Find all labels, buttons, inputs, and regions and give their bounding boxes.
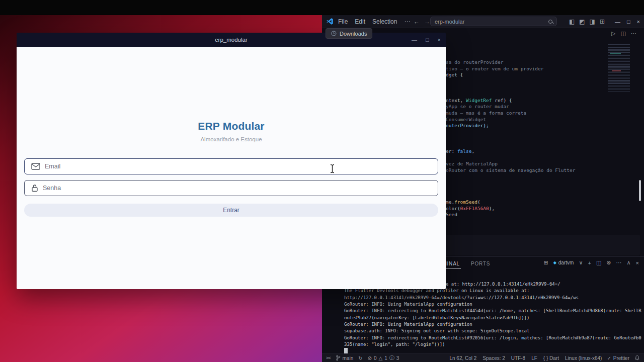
- code-line[interactable]: dget {: [446, 72, 575, 78]
- code-line[interactable]: [446, 85, 575, 92]
- code-line[interactable]: ntext, WidgetRef ref) {: [446, 98, 575, 104]
- status-item[interactable]: Spaces: 2: [482, 355, 505, 361]
- ibeam-cursor: [329, 164, 336, 175]
- minimap[interactable]: [608, 44, 630, 93]
- terminal-profile[interactable]: ◆dartvm: [553, 260, 574, 265]
- command-center[interactable]: erp-modular: [430, 17, 557, 26]
- terminal-line[interactable]: http://127.0.0.1:43141/eHk2R9V9-64=/devt…: [344, 295, 642, 301]
- vscode-minimize-button[interactable]: —: [615, 19, 620, 25]
- vscode-logo-icon: [326, 18, 334, 25]
- toggle-panel-icon[interactable]: ◩: [579, 18, 585, 25]
- menu-selection[interactable]: Selection: [372, 18, 397, 25]
- password-field[interactable]: [24, 180, 438, 196]
- git-branch-item[interactable]: main: [336, 355, 354, 361]
- vscode-title-bar[interactable]: FileEditSelection⋯ ← → erp-modular ◧◩◨⊞ …: [322, 15, 644, 28]
- errors-icon: ⊘: [368, 355, 372, 361]
- status-item[interactable]: UTF-8: [511, 355, 525, 361]
- maximize-panel-icon[interactable]: ∧: [627, 259, 631, 266]
- problems-item[interactable]: ⊘ 0 △ 1 ⓘ 3: [368, 354, 399, 361]
- code-line[interactable]: [446, 142, 575, 148]
- downloads-popup[interactable]: Downloads: [326, 28, 372, 39]
- code-token: muda — mas é a forma correta: [446, 110, 526, 116]
- toggle-secondary-sidebar-icon[interactable]: ◨: [590, 18, 595, 25]
- lock-icon: [31, 184, 38, 192]
- terminal-line[interactable]: GoRouter: INFO: redirecting to RouteMatc…: [344, 308, 642, 314]
- terminal-views-icon[interactable]: ⊞: [543, 259, 548, 266]
- code-line[interactable]: Seed: [446, 212, 575, 218]
- login-button[interactable]: Entrar: [24, 204, 438, 217]
- code-line[interactable]: [446, 91, 575, 98]
- status-item[interactable]: LF: [531, 355, 537, 361]
- erp-close-button[interactable]: ×: [438, 37, 441, 43]
- nav-forward-icon[interactable]: →: [424, 18, 430, 25]
- formatter-item[interactable]: ✓ Prettier: [607, 355, 629, 361]
- password-input[interactable]: [43, 185, 433, 192]
- sync-icon[interactable]: ↻: [358, 355, 362, 361]
- code-line[interactable]: yApp se o router mudar: [446, 104, 575, 110]
- code-line[interactable]: vez de MaterialApp: [446, 161, 575, 167]
- terminal-line[interactable]: e at: http://127.0.0.1:43141/eHk2R9V9-64…: [446, 281, 642, 288]
- code-line[interactable]: me.fromSeed(: [446, 199, 575, 206]
- email-field[interactable]: [24, 158, 438, 174]
- code-line[interactable]: [446, 193, 575, 199]
- terminal-line[interactable]: GoRouter: INFO: Using MaterialApp config…: [344, 301, 642, 308]
- system-top-bar: [0, 0, 644, 15]
- code-line[interactable]: [446, 136, 575, 142]
- email-input[interactable]: [45, 163, 433, 170]
- code-line[interactable]: muda — mas é a forma correta: [446, 110, 575, 117]
- code-line[interactable]: outerProvider);: [446, 123, 575, 129]
- terminal-line[interactable]: supabase.auth: INFO: Signing out user wi…: [344, 328, 642, 334]
- erp-maximize-button[interactable]: □: [426, 37, 429, 43]
- code-line[interactable]: [446, 129, 575, 136]
- erp-window-titlebar[interactable]: erp_modular — □ ×: [17, 33, 446, 47]
- erp-minimize-button[interactable]: —: [412, 37, 417, 43]
- split-terminal-icon[interactable]: ◫: [596, 259, 601, 266]
- code-token: (: [477, 199, 480, 205]
- terminal-line[interactable]: GoRouter: INFO: Using MaterialApp config…: [344, 321, 642, 328]
- code-token: WidgetRef: [466, 98, 492, 103]
- code-line[interactable]: olor(0xFF1A56A0),: [446, 206, 575, 212]
- menu-edit[interactable]: Edit: [355, 18, 365, 25]
- menu-file[interactable]: File: [338, 18, 348, 25]
- new-terminal-icon[interactable]: +: [588, 260, 591, 266]
- editor-scrollbar-thumb[interactable]: [639, 180, 641, 201]
- code-line[interactable]: oRouter com o sistema de navegação do Fl…: [446, 167, 575, 174]
- vscode-maximize-button[interactable]: □: [627, 19, 630, 25]
- code-line[interactable]: sa do routerProvider: [446, 59, 575, 66]
- nav-back-icon[interactable]: ←: [414, 18, 420, 25]
- editor-more-icon[interactable]: ⋯: [631, 30, 636, 37]
- dart-icon: ◆: [553, 260, 556, 265]
- code-line[interactable]: [446, 174, 575, 180]
- status-item[interactable]: Ln 62, Col 2: [449, 355, 476, 361]
- customize-layout-icon[interactable]: ⊞: [600, 18, 605, 25]
- app-subtitle: Almoxarifado e Estoque: [17, 136, 446, 142]
- code-token: Seed: [446, 212, 457, 217]
- kill-terminal-icon[interactable]: ⊗: [606, 259, 611, 266]
- code-line[interactable]: [446, 180, 575, 187]
- code-line[interactable]: [446, 155, 575, 161]
- status-item[interactable]: { } Dart: [543, 355, 559, 361]
- terminal-line[interactable]: GoRouter: INFO: redirecting to RouteMatc…: [344, 335, 642, 341]
- terminal-line[interactable]: 335(name: "login", path: "/login"))]): [344, 341, 642, 348]
- split-editor-icon[interactable]: ◫: [620, 30, 625, 37]
- code-token: ref) {: [492, 98, 512, 103]
- toggle-sidebar-icon[interactable]: ◧: [569, 18, 575, 25]
- terminal-line[interactable]: oute#9ab27(navigatorKey: [LabeledGlobalK…: [344, 315, 642, 321]
- code-line[interactable]: er: false,: [446, 148, 575, 155]
- vscode-close-button[interactable]: ×: [637, 19, 640, 25]
- status-item[interactable]: Linux (linux-x64): [565, 355, 602, 361]
- code-line[interactable]: ConsumerWidget: [446, 117, 575, 123]
- remote-indicator-icon[interactable]: ><: [326, 355, 331, 360]
- close-panel-icon[interactable]: ×: [636, 260, 639, 266]
- run-icon[interactable]: ▷: [611, 30, 615, 37]
- code-token: ),: [489, 206, 495, 211]
- code-line[interactable]: [446, 187, 575, 193]
- code-token: yApp se o router mudar: [446, 104, 509, 109]
- code-line[interactable]: [446, 78, 575, 85]
- code-line[interactable]: tivo — o router vem de um provider: [446, 66, 575, 72]
- tab-ports[interactable]: PORTS: [470, 258, 491, 269]
- profile-dropdown-icon[interactable]: ∨: [579, 259, 583, 266]
- notifications-bell-icon[interactable]: [634, 355, 640, 361]
- menu-more[interactable]: ⋯: [404, 18, 410, 25]
- panel-more-icon[interactable]: ⋯: [616, 259, 622, 266]
